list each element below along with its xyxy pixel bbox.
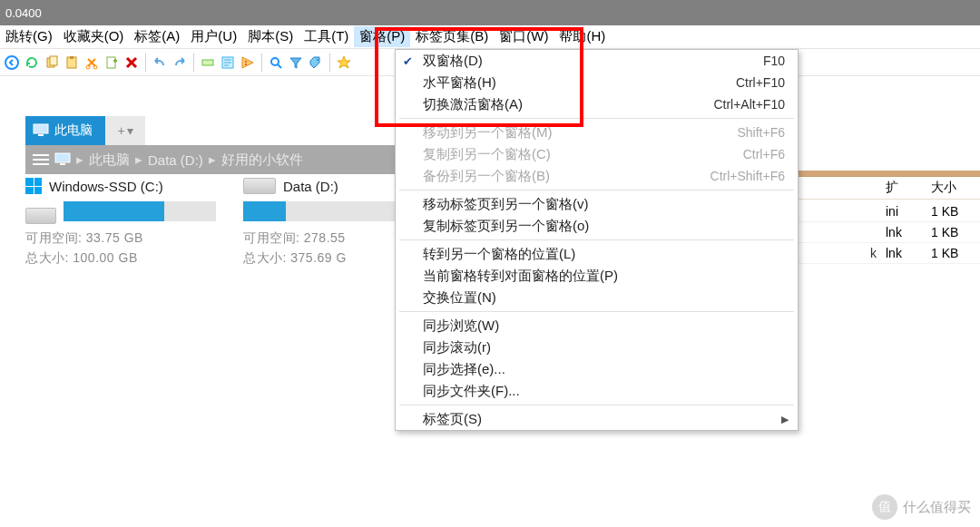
- svg-rect-16: [55, 153, 70, 162]
- crumb-folder[interactable]: 好用的小软件: [221, 151, 303, 169]
- drive-name: Windows-SSD (C:): [49, 179, 163, 194]
- menu-sync-folders[interactable]: 同步文件夹(F)...: [396, 380, 798, 402]
- menu-favorites[interactable]: 收藏夹(O): [58, 26, 130, 47]
- drives-list: Windows-SSD (C:) 可用空间: 33.75 GB 总大小: 100…: [25, 178, 434, 270]
- new-file-icon[interactable]: [103, 54, 121, 72]
- svg-point-0: [5, 56, 18, 69]
- chevron-right-icon: ▸: [135, 151, 142, 168]
- panes-dropdown-menu: ✔ 双窗格(D) F10 水平窗格(H) Ctrl+F10 切换激活窗格(A) …: [395, 49, 799, 431]
- menubar: 跳转(G) 收藏夹(O) 标签(A) 用户(U) 脚本(S) 工具(T) 窗格(…: [0, 25, 980, 49]
- menu-toggle-active-pane[interactable]: 切换激活窗格(A) Ctrl+Alt+F10: [396, 93, 798, 115]
- menu-copy-tab-to-other-pane[interactable]: 复制标签页到另一个窗格(o): [396, 215, 798, 237]
- menu-sync-browse[interactable]: 同步浏览(W): [396, 315, 798, 337]
- drive-total: 总大小: 100.00 GB: [25, 250, 216, 267]
- paste-icon[interactable]: [63, 54, 81, 72]
- watermark-text: 什么值得买: [903, 499, 971, 516]
- search-icon[interactable]: [267, 54, 285, 72]
- crumb-this-pc[interactable]: 此电脑: [89, 151, 130, 169]
- drive-icon: [25, 208, 56, 224]
- menu-backup-to-other-pane: 备份到另一个窗格(B) Ctrl+Shift+F6: [396, 165, 798, 187]
- copy-icon[interactable]: [43, 54, 61, 72]
- menu-move-tab-to-other-pane[interactable]: 移动标签页到另一个窗格(v): [396, 193, 798, 215]
- menu-tools[interactable]: 工具(T): [299, 26, 354, 47]
- svg-point-12: [271, 58, 279, 65]
- refresh-icon[interactable]: [23, 54, 41, 72]
- drive-usage-bar: [243, 201, 407, 221]
- burger-icon[interactable]: [33, 154, 49, 165]
- svg-rect-4: [70, 56, 74, 59]
- svg-rect-7: [107, 57, 115, 68]
- svg-rect-17: [60, 163, 65, 165]
- menu-sync-select[interactable]: 同步选择(e)...: [396, 358, 798, 380]
- menu-help[interactable]: 帮助(H): [554, 26, 611, 47]
- menu-separator: [399, 311, 794, 312]
- toolbar-separator: [329, 54, 330, 72]
- cell-ext: ini: [886, 204, 922, 219]
- col-ext[interactable]: 扩: [886, 180, 922, 196]
- menu-tabsets[interactable]: 标签页集(B): [410, 26, 494, 47]
- window-titlebar: 0.0400: [0, 0, 980, 25]
- delete-icon[interactable]: [122, 54, 141, 72]
- redo-icon[interactable]: [171, 54, 189, 72]
- watermark-badge: 值: [872, 494, 897, 520]
- monitor-icon: [54, 152, 71, 168]
- title-text: 0.0400: [5, 6, 42, 20]
- tab-this-pc[interactable]: 此电脑: [25, 116, 105, 145]
- menu-dual-pane[interactable]: ✔ 双窗格(D) F10: [396, 50, 798, 72]
- chevron-right-icon: ▸: [209, 151, 216, 168]
- menu-scripts[interactable]: 脚本(S): [242, 26, 299, 47]
- tag-icon[interactable]: [307, 54, 325, 72]
- menu-separator: [399, 190, 794, 190]
- svg-point-13: [317, 59, 318, 61]
- menu-user[interactable]: 用户(U): [185, 26, 242, 47]
- menu-window[interactable]: 窗口(W): [494, 26, 554, 47]
- drive-name: Data (D:): [283, 179, 338, 194]
- toolbar-separator: [261, 54, 262, 72]
- cell-ext: lnk: [886, 225, 922, 239]
- toolbar-separator: [193, 54, 194, 72]
- undo-icon[interactable]: [151, 54, 169, 72]
- back-icon[interactable]: [3, 54, 21, 72]
- plus-icon: +: [117, 123, 124, 138]
- menu-panes[interactable]: 窗格(P): [354, 26, 410, 47]
- properties-icon[interactable]: [219, 54, 237, 72]
- crumb-data-d[interactable]: Data (D:): [148, 152, 203, 168]
- menu-copy-to-other-pane: 复制到另一个窗格(C) Ctrl+F6: [396, 143, 798, 165]
- chevron-right-icon: ▸: [76, 151, 83, 168]
- menu-sync-scroll[interactable]: 同步滚动(r): [396, 337, 798, 358]
- drive-c[interactable]: Windows-SSD (C:) 可用空间: 33.75 GB 总大小: 100…: [25, 178, 216, 270]
- svg-rect-15: [38, 134, 44, 136]
- cell-size: 1 KB: [931, 246, 975, 260]
- tab-add-button[interactable]: + ▾: [105, 116, 145, 145]
- toolbar-separator: [145, 54, 146, 72]
- col-size[interactable]: 大小: [931, 180, 975, 196]
- chevron-down-icon: ▾: [127, 123, 133, 138]
- menu-move-to-other-pane: 移动到另一个窗格(M) Shift+F6: [396, 122, 798, 143]
- star-icon[interactable]: [335, 54, 353, 72]
- watermark: 值 什么值得买: [872, 494, 971, 520]
- cut-icon[interactable]: [83, 54, 101, 72]
- menu-separator: [399, 405, 794, 405]
- rename-icon[interactable]: [199, 54, 217, 72]
- svg-rect-8: [202, 60, 213, 65]
- menu-goto-other-pane-location[interactable]: 转到另一个窗格的位置(L): [396, 243, 798, 265]
- windows-icon: [25, 178, 42, 194]
- menu-separator: [399, 239, 794, 240]
- pizza-icon[interactable]: [239, 54, 257, 72]
- menu-swap-locations[interactable]: 交换位置(N): [396, 287, 798, 308]
- svg-point-10: [245, 61, 247, 63]
- drive-icon: [243, 178, 276, 194]
- menu-tabs-submenu[interactable]: 标签页(S) ▶: [396, 408, 798, 430]
- menu-goto[interactable]: 跳转(G): [0, 26, 58, 47]
- chevron-right-icon: ▶: [781, 414, 789, 425]
- check-icon: ✔: [403, 54, 413, 68]
- svg-rect-2: [50, 56, 57, 65]
- drive-usage-bar: [64, 201, 216, 221]
- cell-size: 1 KB: [931, 225, 975, 239]
- menu-tags[interactable]: 标签(A): [129, 26, 185, 47]
- tab-label: 此电脑: [54, 122, 93, 139]
- menu-current-to-opposite-location[interactable]: 当前窗格转到对面窗格的位置(P): [396, 265, 798, 287]
- svg-rect-14: [34, 124, 48, 133]
- menu-horizontal-pane[interactable]: 水平窗格(H) Ctrl+F10: [396, 72, 798, 93]
- filter-icon[interactable]: [287, 54, 305, 72]
